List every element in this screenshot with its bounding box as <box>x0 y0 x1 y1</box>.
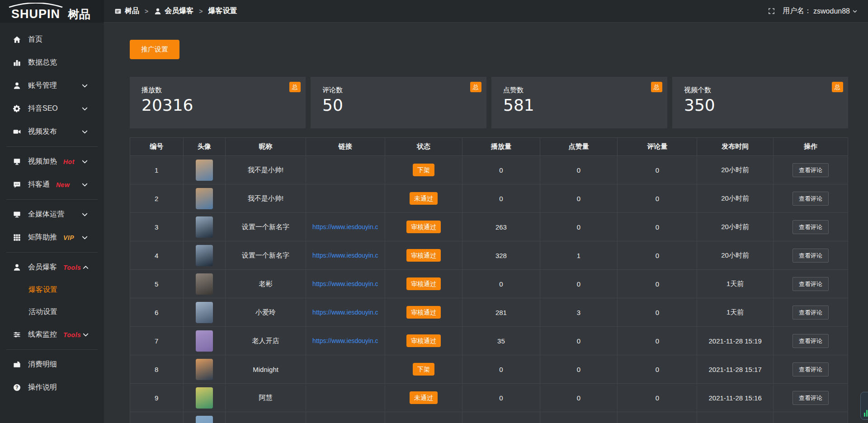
status-badge[interactable]: 审核通过 <box>406 277 441 290</box>
sidebar-item-label: 矩阵助推 <box>28 233 57 242</box>
fullscreen-icon[interactable] <box>768 7 775 15</box>
cell-nickname: 小爱玲 <box>226 298 306 327</box>
table-row: 7老人开店https://www.iesdouyin.c审核通过35002021… <box>130 327 848 355</box>
stat-label: 播放数 <box>142 86 306 94</box>
cell-plays: 328 <box>462 241 540 270</box>
app-logo[interactable]: SHUPIN 树品 <box>7 3 90 20</box>
sidebar-item-clue-monitor[interactable]: 线索监控Tools <box>0 323 104 346</box>
status-badge[interactable]: 审核通过 <box>406 249 441 262</box>
cell-nickname <box>226 412 306 423</box>
breadcrumb-item[interactable]: 会员爆客 <box>154 6 193 16</box>
cell-avatar <box>183 298 226 327</box>
sidebar-item-omni-media-operation[interactable]: 全媒体运营 <box>0 203 104 226</box>
avatar <box>196 216 213 238</box>
gear-icon <box>12 104 21 113</box>
cell-time: 1天前 <box>697 270 773 298</box>
cell-likes: 0 <box>540 156 618 184</box>
main-content: 推广设置 播放数20316总评论数50总点赞数581总视频个数350总 编号头像… <box>104 23 868 423</box>
video-table: 编号头像昵称链接状态播放量点赞量评论量发布时间操作 1我不是小帅!下架00020… <box>130 137 848 423</box>
profile-link[interactable]: https://www.iesdouyin.c <box>308 309 383 316</box>
breadcrumb-item[interactable]: 爆客设置 <box>208 6 237 16</box>
sidebar-item-label: 视频发布 <box>28 127 57 136</box>
sidebar-item-label: 消费明细 <box>28 360 57 369</box>
cell-avatar <box>183 184 226 213</box>
view-comments-button[interactable]: 查看评论 <box>793 249 829 263</box>
stat-label: 点赞数 <box>503 86 667 94</box>
cell-link: https://www.iesdouyin.c <box>306 298 385 327</box>
status-badge[interactable]: 未通过 <box>410 391 438 404</box>
cell-avatar <box>183 355 226 384</box>
cell-id: 9 <box>130 384 184 412</box>
view-comments-button[interactable]: 查看评论 <box>793 277 829 291</box>
cell-comments: 0 <box>618 298 697 327</box>
sidebar-subitem-activity-settings[interactable]: 活动设置 <box>0 301 104 323</box>
view-comments-button[interactable]: 查看评论 <box>793 334 829 348</box>
promotion-settings-button[interactable]: 推广设置 <box>130 40 179 59</box>
sidebar-item-douketong[interactable]: 抖客通New <box>0 173 104 196</box>
stat-total-badge: 总 <box>651 82 662 92</box>
table-body: 1我不是小帅!下架00020小时前查看评论2我不是小帅!未通过00020小时前查… <box>130 156 848 423</box>
cell-time: 2021-11-28 15:16 <box>697 384 773 412</box>
view-comments-button[interactable]: 查看评论 <box>793 306 829 320</box>
view-comments-button[interactable]: 查看评论 <box>793 192 829 206</box>
bar-chart-icon <box>12 58 21 67</box>
user-menu[interactable]: 用户名：zswodun88 <box>783 6 858 16</box>
cell-nickname: 老人开店 <box>226 327 306 355</box>
sidebar-item-tag: VIP <box>63 234 74 241</box>
sidebar-item-operation-guide[interactable]: ?操作说明 <box>0 376 104 399</box>
status-badge[interactable]: 下架 <box>413 363 434 376</box>
sidebar-item-douyin-seo[interactable]: 抖音SEO <box>0 97 104 120</box>
chevron-up-icon <box>81 263 90 272</box>
profile-link[interactable]: https://www.iesdouyin.c <box>308 337 383 344</box>
profile-link[interactable]: https://www.iesdouyin.c <box>308 252 383 259</box>
view-comments-button[interactable]: 查看评论 <box>793 362 829 376</box>
cell-avatar <box>183 384 226 412</box>
username-label: 用户名： <box>783 6 811 16</box>
logo-box: SHUPIN 树品 <box>0 0 104 23</box>
table-row: 9阿慧未通过0002021-11-28 15:16查看评论 <box>130 384 848 412</box>
table-header-cell: 头像 <box>183 138 226 156</box>
sidebar-item-label: 操作说明 <box>28 383 57 392</box>
sidebar-item-label: 抖客通 <box>28 180 50 189</box>
cell-action: 查看评论 <box>773 241 848 270</box>
view-comments-button[interactable]: 查看评论 <box>793 391 829 405</box>
cell-avatar <box>183 412 226 423</box>
table-header-cell: 链接 <box>306 138 385 156</box>
home-icon <box>12 35 21 44</box>
username-value: zswodun88 <box>813 7 850 15</box>
status-badge[interactable]: 审核通过 <box>406 306 441 319</box>
sidebar-item-account-management[interactable]: 账号管理 <box>0 74 104 97</box>
breadcrumb-item[interactable]: 树品 <box>114 6 139 16</box>
sidebar-item-member-baoke[interactable]: 会员爆客Tools <box>0 256 104 279</box>
cell-plays: 0 <box>462 184 540 213</box>
chevron-down-icon <box>80 157 89 166</box>
cell-time: 20小时前 <box>697 241 773 270</box>
sidebar-item-tag: Hot <box>63 158 75 165</box>
sidebar-subitem-baoke-settings[interactable]: 爆客设置 <box>0 279 104 301</box>
status-badge[interactable]: 审核通过 <box>406 221 441 233</box>
cell-status: 审核通过 <box>385 213 462 241</box>
avatar <box>196 188 213 209</box>
sidebar-item-video-heating[interactable]: 视频加热Hot <box>0 150 104 173</box>
view-comments-button[interactable]: 查看评论 <box>793 163 829 177</box>
profile-link[interactable]: https://www.iesdouyin.c <box>308 223 383 230</box>
sidebar-item-data-overview[interactable]: 数据总览 <box>0 51 104 74</box>
sliders-icon <box>12 330 21 339</box>
sidebar-item-home[interactable]: 首页 <box>0 28 104 51</box>
sidebar-item-consumption-details[interactable]: 消费明细 <box>0 353 104 376</box>
status-badge[interactable]: 审核通过 <box>406 334 441 347</box>
sidebar-item-matrix-boost[interactable]: 矩阵助推VIP <box>0 226 104 249</box>
status-badge[interactable]: 下架 <box>413 164 434 176</box>
sidebar-divider <box>6 146 98 147</box>
view-comments-button[interactable]: 查看评论 <box>793 220 829 234</box>
sidebar-item-label: 抖音SEO <box>28 104 58 113</box>
cell-link <box>306 184 385 213</box>
sidebar-item-video-publish[interactable]: 视频发布 <box>0 120 104 143</box>
stat-value: 50 <box>322 96 486 114</box>
status-badge[interactable]: 未通过 <box>410 192 438 205</box>
stat-card: 视频个数350总 <box>672 77 848 128</box>
floating-service-widget[interactable] <box>860 392 868 420</box>
monitor-icon <box>12 210 21 219</box>
profile-link[interactable]: https://www.iesdouyin.c <box>308 280 383 287</box>
breadcrumb: 树品>会员爆客>爆客设置 <box>114 6 237 16</box>
